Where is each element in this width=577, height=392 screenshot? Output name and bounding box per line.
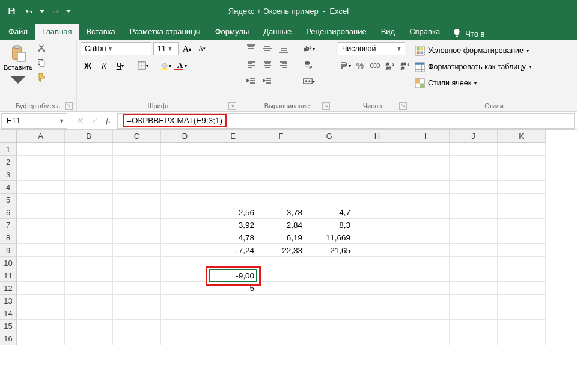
wrap-text-icon[interactable]: ab [296,58,322,72]
cell-B7[interactable] [65,219,113,231]
cell-G15[interactable] [305,320,353,332]
clipboard-launcher-icon[interactable]: ↘ [65,102,73,110]
cell-I16[interactable] [401,332,450,345]
cell-A12[interactable] [17,282,65,295]
cell-B10[interactable] [65,257,113,269]
cell-K12[interactable] [498,282,546,295]
name-box[interactable]: E11 ▼ [1,113,67,129]
cell-J5[interactable] [450,194,498,206]
cell-H10[interactable] [353,257,401,269]
cell-F14[interactable] [257,307,305,320]
cell-F6[interactable]: 3,78 [257,206,305,219]
cell-I2[interactable] [401,156,450,168]
cell-F8[interactable]: 6,19 [257,231,305,244]
row-header[interactable]: 6 [0,206,17,219]
cell-B12[interactable] [65,282,113,295]
cell-E10[interactable] [209,257,257,269]
cell-F3[interactable] [257,168,305,181]
format-as-table-button[interactable]: Форматировать как таблицу ▾ [415,60,531,74]
cell-G16[interactable] [305,332,353,345]
decrease-indent-icon[interactable] [244,75,258,88]
tell-me-search[interactable]: Что в [452,28,484,40]
cell-A15[interactable] [17,320,65,332]
cell-E6[interactable]: 2,56 [209,206,257,219]
cell-A8[interactable] [17,231,65,244]
cell-K1[interactable] [498,143,546,156]
cell-I12[interactable] [401,282,450,295]
cell-A13[interactable] [17,295,65,307]
cell-B2[interactable] [65,156,113,168]
conditional-formatting-button[interactable]: Условное форматирование ▾ [415,43,529,58]
tab-home[interactable]: Главная [35,24,79,40]
cell-K8[interactable] [498,231,546,244]
cell-K10[interactable] [498,257,546,269]
cell-K6[interactable] [498,206,546,219]
cell-F13[interactable] [257,295,305,307]
column-header[interactable]: H [353,130,401,143]
cell-styles-button[interactable]: Стили ячеек ▾ [415,76,477,90]
cell-D4[interactable] [161,181,209,194]
tab-review[interactable]: Рецензирование [299,24,373,40]
tab-data[interactable]: Данные [256,24,299,40]
cell-F10[interactable] [257,257,305,269]
cell-F12[interactable] [257,282,305,295]
cell-C13[interactable] [113,295,161,307]
tab-page-layout[interactable]: Разметка страницы [123,24,208,40]
cell-I14[interactable] [401,307,450,320]
font-launcher-icon[interactable]: ↘ [228,102,236,110]
cell-F7[interactable]: 2,84 [257,219,305,231]
tab-view[interactable]: Вид [374,24,403,40]
cell-H11[interactable] [353,269,401,282]
cell-D10[interactable] [161,257,209,269]
cell-D8[interactable] [161,231,209,244]
cell-C2[interactable] [113,156,161,168]
font-color-icon[interactable]: A▾ [175,59,189,72]
percent-format-icon[interactable]: % [353,59,367,72]
cell-F5[interactable] [257,194,305,206]
redo-icon[interactable] [47,3,63,19]
cell-D7[interactable] [161,219,209,231]
format-painter-icon[interactable] [35,71,48,83]
cell-E2[interactable] [209,156,257,168]
fx-icon[interactable]: fx [102,116,115,126]
cell-A11[interactable] [17,269,65,282]
cell-D6[interactable] [161,206,209,219]
cell-G1[interactable] [305,143,353,156]
cell-G7[interactable]: 8,3 [305,219,353,231]
increase-indent-icon[interactable] [260,75,275,88]
cell-D5[interactable] [161,194,209,206]
cancel-formula-icon[interactable]: ✕ [73,116,86,126]
cell-F16[interactable] [257,332,305,345]
tab-file[interactable]: Файл [1,24,35,40]
cell-C3[interactable] [113,168,161,181]
cell-H6[interactable] [353,206,401,219]
row-header[interactable]: 7 [0,219,17,231]
paste-button[interactable]: Вставить [4,42,32,89]
cell-E13[interactable] [209,295,257,307]
cell-H1[interactable] [353,143,401,156]
column-header[interactable]: D [161,130,209,143]
row-header[interactable]: 16 [0,332,17,345]
cell-J11[interactable] [450,269,498,282]
underline-button[interactable]: Ч▾ [113,59,127,72]
cell-A1[interactable] [17,143,65,156]
cell-E12[interactable]: -5 [209,282,257,295]
column-header[interactable]: C [113,130,161,143]
cell-J15[interactable] [450,320,498,332]
row-header[interactable]: 8 [0,231,17,244]
cell-C4[interactable] [113,181,161,194]
fill-color-icon[interactable]: ▾ [159,59,173,72]
cell-H3[interactable] [353,168,401,181]
cell-K2[interactable] [498,156,546,168]
row-header[interactable]: 12 [0,282,17,295]
tab-formulas[interactable]: Формулы [208,24,257,40]
row-header[interactable]: 14 [0,307,17,320]
cell-A14[interactable] [17,307,65,320]
cell-G13[interactable] [305,295,353,307]
cell-F1[interactable] [257,143,305,156]
cell-G9[interactable]: 21,65 [305,244,353,257]
qat-customize-icon[interactable] [65,3,72,19]
cell-K3[interactable] [498,168,546,181]
cell-E9[interactable]: -7,24 [209,244,257,257]
cell-K16[interactable] [498,332,546,345]
